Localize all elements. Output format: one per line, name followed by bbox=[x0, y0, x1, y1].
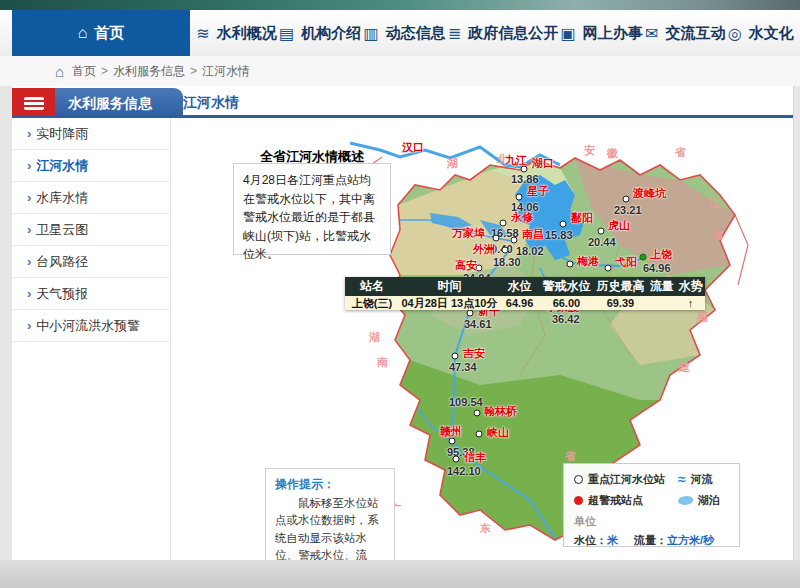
sidebar-item-江河水情[interactable]: ›江河水情 bbox=[12, 150, 170, 182]
footer-strip bbox=[0, 560, 800, 588]
station-label-虎山[interactable]: 虎山 bbox=[608, 220, 630, 231]
station-value-翰林桥[interactable]: 109.54 bbox=[449, 397, 483, 408]
station-marker-南昌[interactable] bbox=[511, 237, 518, 244]
station-marker-新干[interactable] bbox=[467, 310, 474, 317]
station-label-鄱阳[interactable]: 鄱阳 bbox=[571, 213, 593, 224]
station-marker-上饶[interactable] bbox=[640, 254, 647, 261]
table-col-站名: 站名 bbox=[345, 278, 399, 295]
legend-item-重点江河水位站: 重点江河水位站 bbox=[574, 472, 678, 487]
station-value-虎山[interactable]: 20.44 bbox=[588, 237, 616, 248]
station-marker-万家埠[interactable] bbox=[493, 235, 500, 242]
nav-item-水文化[interactable]: ◎水文化 bbox=[728, 24, 794, 43]
station-value-李家渡[interactable]: 36.42 bbox=[552, 314, 580, 325]
chevron-right-icon: › bbox=[27, 318, 31, 333]
organization-icon: ▤ bbox=[279, 24, 294, 43]
sidebar-item-台风路径[interactable]: ›台风路径 bbox=[12, 246, 170, 278]
table-cell: ↑ bbox=[676, 297, 705, 309]
nav-item-水利概况[interactable]: ≋水利概况 bbox=[196, 24, 276, 43]
nav-item-label: 政府信息公开 bbox=[468, 24, 558, 43]
nav-item-政府信息公开[interactable]: ≣政府信息公开 bbox=[448, 24, 558, 43]
station-marker-信丰[interactable] bbox=[453, 456, 460, 463]
station-label-永修[interactable]: 永修 bbox=[511, 212, 533, 223]
station-marker-吉安[interactable] bbox=[452, 353, 459, 360]
table-col-水势: 水势 bbox=[676, 278, 705, 295]
station-marker-渡峰坑[interactable] bbox=[623, 196, 630, 203]
station-label-汉口[interactable]: 汉口 bbox=[402, 142, 424, 153]
station-marker-梅港[interactable] bbox=[567, 261, 574, 268]
station-label-吉安[interactable]: 吉安 bbox=[463, 348, 485, 359]
legend-label: 超警戒站点 bbox=[588, 493, 643, 508]
station-value-渡峰坑[interactable]: 23.21 bbox=[614, 205, 642, 216]
station-value-外洲[interactable]: 18.30 bbox=[493, 257, 521, 268]
station-marker-鄱阳[interactable] bbox=[560, 221, 567, 228]
sidebar-item-实时降雨[interactable]: ›实时降雨 bbox=[12, 118, 170, 150]
breadcrumb-link-首页[interactable]: 首页 bbox=[72, 64, 96, 78]
table-col-水位: 水位 bbox=[500, 278, 540, 295]
station-marker-虎山[interactable] bbox=[598, 228, 605, 235]
legend-item-超警戒站点: 超警戒站点 bbox=[574, 493, 678, 508]
legend-label: 河流 bbox=[691, 472, 713, 487]
station-marker-弋阳[interactable] bbox=[605, 265, 612, 272]
sidebar-item-中小河流洪水预警[interactable]: ›中小河流洪水预警 bbox=[12, 310, 170, 342]
station-label-上饶[interactable]: 上饶 bbox=[650, 249, 672, 260]
sidebar-item-label: 实时降雨 bbox=[36, 126, 88, 141]
nav-item-label: 首页 bbox=[94, 24, 124, 43]
chevron-right-icon: › bbox=[27, 158, 31, 173]
chevron-right-icon: › bbox=[27, 190, 31, 205]
station-value-信丰[interactable]: 142.10 bbox=[447, 466, 481, 477]
table-cell: 64.96 bbox=[500, 297, 540, 309]
nav-item-label: 水文化 bbox=[749, 24, 794, 43]
lake-icon bbox=[678, 496, 693, 505]
station-label-九江[interactable]: 九江 bbox=[505, 155, 527, 166]
tips-box: 操作提示： 鼠标移至水位站点或水位数据时，系统自动显示该站水位、警戒水位、流量、… bbox=[265, 468, 395, 561]
sidebar-header-icon-box bbox=[12, 88, 55, 118]
station-label-赣州[interactable]: 赣州 bbox=[440, 426, 462, 437]
station-marker-外洲[interactable] bbox=[502, 247, 509, 254]
station-label-星子[interactable]: 星子 bbox=[527, 186, 549, 197]
breadcrumb-link-江河水情[interactable]: 江河水情 bbox=[202, 64, 250, 78]
breadcrumb-separator: > bbox=[190, 64, 197, 78]
station-marker-湖口[interactable] bbox=[521, 166, 528, 173]
breadcrumb-link-水利服务信息[interactable]: 水利服务信息 bbox=[113, 64, 185, 78]
chevron-right-icon: › bbox=[27, 126, 31, 141]
station-value-鄱阳[interactable]: 15.83 bbox=[545, 230, 573, 241]
station-value-湖口[interactable]: 13.86 bbox=[511, 174, 539, 185]
map-legend: 重点江河水位站≈河流超警戒站点湖泊单位水位：米流量：立方米/秒 bbox=[563, 463, 740, 547]
nav-item-动态信息[interactable]: ▥动态信息 bbox=[363, 24, 445, 43]
sidebar-item-label: 卫星云图 bbox=[36, 222, 88, 237]
station-label-梅港[interactable]: 梅港 bbox=[577, 256, 599, 267]
station-label-高安[interactable]: 高安 bbox=[455, 260, 477, 271]
station-marker-峡山[interactable] bbox=[476, 431, 483, 438]
station-label-外洲[interactable]: 外洲 bbox=[473, 244, 495, 255]
neighbor-province-label: 徽 bbox=[607, 146, 618, 161]
nav-item-交流互动[interactable]: ✉交流互动 bbox=[645, 24, 725, 43]
station-label-翰林桥[interactable]: 翰林桥 bbox=[484, 406, 517, 417]
nav-item-首页[interactable]: ⌂首页 bbox=[12, 10, 190, 56]
station-marker-赣州[interactable] bbox=[449, 438, 456, 445]
station-label-峡山[interactable]: 峡山 bbox=[487, 427, 509, 438]
station-marker-永修[interactable] bbox=[500, 220, 507, 227]
station-label-弋阳[interactable]: 弋阳 bbox=[615, 257, 637, 268]
station-value-新干[interactable]: 34.61 bbox=[464, 319, 492, 330]
station-label-渡峰坑[interactable]: 渡峰坑 bbox=[633, 188, 666, 199]
neighbor-province-label: 建 bbox=[679, 360, 690, 375]
online-service-icon: ▣ bbox=[561, 24, 576, 43]
legend-item-河流: ≈河流 bbox=[678, 472, 729, 487]
water-culture-icon: ◎ bbox=[728, 24, 742, 43]
station-marker-翰林桥[interactable] bbox=[474, 410, 481, 417]
sidebar-item-水库水情[interactable]: ›水库水情 bbox=[12, 182, 170, 214]
station-marker-星子[interactable] bbox=[516, 194, 523, 201]
unit-value: 立方米/秒 bbox=[667, 534, 714, 546]
nav-item-网上办事[interactable]: ▣网上办事 bbox=[561, 24, 643, 43]
sidebar-item-卫星云图[interactable]: ›卫星云图 bbox=[12, 214, 170, 246]
tab-rivers[interactable]: 江河水情 bbox=[183, 94, 239, 112]
station-value-吉安[interactable]: 47.34 bbox=[449, 362, 477, 373]
station-label-信丰[interactable]: 信丰 bbox=[464, 452, 486, 463]
station-label-南昌[interactable]: 南昌 bbox=[522, 229, 544, 240]
legend-label: 湖泊 bbox=[698, 493, 720, 508]
station-label-万家埠[interactable]: 万家埠 bbox=[452, 228, 485, 239]
station-label-湖口[interactable]: 湖口 bbox=[532, 158, 554, 169]
nav-item-机构介绍[interactable]: ▤机构介绍 bbox=[279, 24, 361, 43]
station-value-上饶[interactable]: 64.96 bbox=[643, 263, 671, 274]
sidebar-item-天气预报[interactable]: ›天气预报 bbox=[12, 278, 170, 310]
